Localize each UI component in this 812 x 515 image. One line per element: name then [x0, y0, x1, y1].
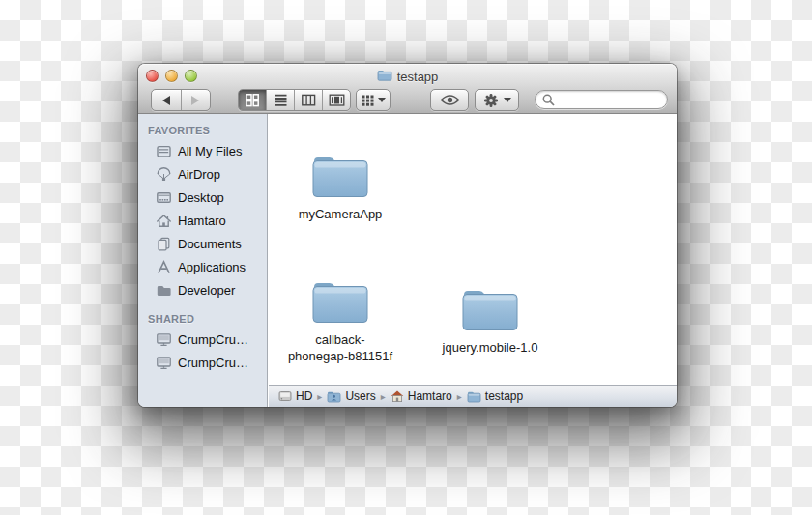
- coverflow-view-icon: [329, 93, 345, 107]
- column-view-icon: [301, 93, 316, 107]
- display-icon: [155, 331, 172, 348]
- sidebar-item-developer[interactable]: Developer: [138, 278, 267, 301]
- back-arrow-icon: [162, 96, 170, 105]
- folder-icon: [377, 69, 392, 84]
- sidebar-item-desktop[interactable]: Desktop: [138, 186, 267, 209]
- sidebar-item-label: Hamtaro: [178, 214, 226, 228]
- path-bar: HD ▸ Users ▸ Hamtaro: [269, 385, 677, 407]
- documents-icon: [155, 236, 172, 252]
- folder-contents-area[interactable]: myCameraApp callback- phonegap-b81151f: [269, 114, 677, 385]
- folder-icon: [309, 150, 371, 200]
- column-view-button[interactable]: [294, 90, 322, 110]
- view-mode-control: [238, 89, 351, 111]
- icon-view-button[interactable]: [239, 90, 266, 110]
- folder-icon: [309, 275, 371, 326]
- folder-label: callback- phonegap-b81151f: [288, 331, 392, 364]
- sidebar-item-label: CrumpCru…: [178, 356, 248, 370]
- sidebar-item-airdrop[interactable]: AirDrop: [138, 162, 267, 186]
- sidebar-item-documents[interactable]: Documents: [138, 232, 267, 255]
- sidebar-item-label: CrumpCru…: [178, 332, 248, 347]
- gear-icon: [483, 93, 499, 108]
- path-item-hamtaro[interactable]: Hamtaro: [391, 389, 452, 403]
- list-view-button[interactable]: [266, 90, 294, 110]
- forward-arrow-icon: [191, 96, 199, 105]
- arrange-button[interactable]: [356, 89, 391, 111]
- path-item-testapp[interactable]: testapp: [467, 389, 523, 403]
- folder-icon: [459, 283, 521, 333]
- sidebar-item-shared-computer-1[interactable]: CrumpCru…: [138, 328, 267, 351]
- users-folder-icon: [327, 390, 341, 403]
- home-icon: [391, 389, 404, 403]
- chevron-down-icon: [378, 98, 386, 102]
- eye-icon: [440, 94, 460, 106]
- sidebar: FAVORITES All My Files: [138, 114, 268, 407]
- sidebar-item-label: Developer: [178, 283, 235, 298]
- search-field-container: [535, 90, 668, 109]
- search-input[interactable]: [559, 93, 659, 106]
- folder-item-mycameraapp[interactable]: myCameraApp: [280, 150, 400, 222]
- home-icon: [155, 213, 172, 229]
- path-item-users[interactable]: Users: [327, 389, 375, 403]
- quick-look-button[interactable]: [430, 89, 469, 111]
- sidebar-item-hamtaro[interactable]: Hamtaro: [138, 209, 267, 232]
- sidebar-item-label: Documents: [178, 237, 242, 251]
- icon-view-icon: [245, 93, 260, 107]
- arrange-grid-icon: [362, 95, 374, 106]
- spacer: [138, 301, 267, 313]
- folder-label: myCameraApp: [299, 206, 383, 222]
- navigation-buttons: [151, 89, 211, 111]
- sidebar-item-applications[interactable]: Applications: [138, 255, 267, 278]
- applications-icon: [155, 259, 172, 275]
- drive-icon: [278, 389, 292, 403]
- title-bar[interactable]: testapp: [138, 64, 677, 114]
- transparency-checkerboard-background: testapp: [0, 0, 812, 515]
- sidebar-section-shared: SHARED: [138, 313, 267, 325]
- folder-icon: [467, 390, 481, 403]
- sidebar-item-all-my-files[interactable]: All My Files: [138, 139, 267, 162]
- sidebar-item-label: All My Files: [178, 144, 242, 158]
- window-title-area: testapp: [138, 69, 677, 84]
- coverflow-view-button[interactable]: [322, 90, 350, 110]
- folder-label: jquery.mobile-1.0: [443, 339, 538, 356]
- back-button[interactable]: [152, 90, 181, 110]
- folder-icon: [155, 282, 172, 299]
- action-button[interactable]: [475, 89, 519, 111]
- display-icon: [155, 355, 172, 371]
- folder-item-jquery-mobile[interactable]: jquery.mobile-1.0: [430, 283, 550, 356]
- finder-window: testapp: [138, 64, 677, 407]
- desktop-icon: [155, 189, 172, 206]
- forward-button[interactable]: [182, 90, 211, 110]
- airdrop-icon: [155, 166, 172, 183]
- folder-item-callback-phonegap[interactable]: callback- phonegap-b81151f: [280, 275, 400, 364]
- sidebar-item-label: Desktop: [178, 190, 224, 205]
- all-my-files-icon: [155, 143, 172, 159]
- magnifier-icon: [542, 94, 555, 106]
- sidebar-item-label: Applications: [178, 260, 246, 274]
- list-view-icon: [273, 93, 288, 107]
- chevron-down-icon: [504, 98, 511, 102]
- sidebar-section-favorites: FAVORITES: [138, 125, 267, 136]
- path-separator: ▸: [317, 391, 322, 402]
- window-title: testapp: [397, 70, 439, 84]
- sidebar-item-shared-computer-2[interactable]: CrumpCru…: [138, 351, 267, 374]
- path-separator: ▸: [381, 391, 386, 402]
- sidebar-item-label: AirDrop: [178, 167, 220, 182]
- path-item-hd[interactable]: HD: [278, 389, 312, 403]
- path-separator: ▸: [457, 391, 462, 402]
